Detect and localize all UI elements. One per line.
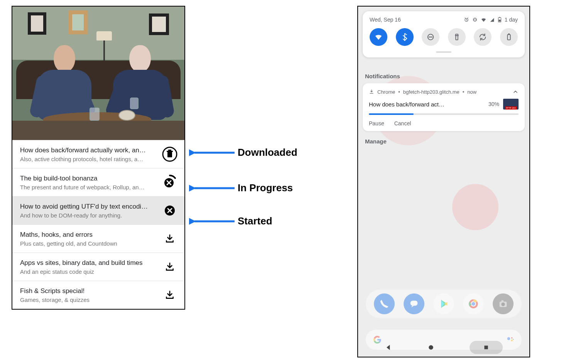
- download-icon: [165, 290, 175, 300]
- pause-button[interactable]: Pause: [369, 120, 384, 126]
- status-date: Wed, Sep 16: [370, 17, 401, 23]
- qs-wifi-tile[interactable]: [370, 28, 387, 46]
- video-title: Maths, hooks, and errors: [20, 231, 157, 239]
- video-row[interactable]: Apps vs sites, binary data, and build ti…: [12, 253, 184, 281]
- dnd-icon: [426, 33, 435, 41]
- alarm-icon: [464, 17, 469, 22]
- notifications-area: Notifications Chrome • bgfetch-http203.g…: [363, 71, 525, 152]
- cancel-button[interactable]: Cancel: [394, 120, 411, 126]
- annotation-label: Downloaded: [238, 147, 297, 158]
- nav-home-icon[interactable]: [427, 344, 435, 351]
- svg-rect-1: [167, 152, 172, 157]
- svg-rect-26: [498, 20, 500, 22]
- video-row[interactable]: How does back/forward actually work, an……: [12, 140, 184, 168]
- video-action-button[interactable]: [161, 230, 178, 247]
- notification-title: How does back/forward act…: [369, 101, 485, 108]
- video-subtitle: Games, storage, & quizzes: [20, 297, 157, 303]
- video-subtitle: And how to be DOM-ready for anything.: [20, 212, 157, 219]
- nav-back-icon[interactable]: [385, 344, 392, 351]
- arrow-icon: [189, 182, 235, 194]
- video-row[interactable]: Fish & Scripts special!Games, storage, &…: [12, 281, 184, 309]
- download-icon: [369, 89, 374, 94]
- notifications-heading: Notifications: [363, 71, 525, 83]
- notification-time: now: [467, 89, 476, 95]
- delete-icon: [162, 146, 178, 162]
- qs-rotate-tile[interactable]: [474, 28, 492, 46]
- video-subtitle: The present and future of webpack, Rollu…: [20, 184, 157, 190]
- qs-flashlight-tile[interactable]: [448, 28, 466, 46]
- video-row-text: Maths, hooks, and errorsPlus cats, getti…: [20, 231, 157, 247]
- qs-dnd-tile[interactable]: [422, 28, 439, 46]
- video-row[interactable]: The big build-tool bonanzaThe present an…: [12, 168, 184, 196]
- dock-phone-icon[interactable]: [374, 293, 395, 314]
- video-subtitle: Also, active clothing protocols, hotel r…: [20, 156, 157, 162]
- cancel-progress-icon: [162, 174, 178, 190]
- video-title: Apps vs sites, binary data, and build ti…: [20, 259, 157, 267]
- nav-bar: [358, 338, 529, 357]
- notification-thumbnail: HTTP 203: [503, 99, 519, 110]
- status-icons: 1 day: [464, 17, 518, 23]
- video-action-button[interactable]: [161, 286, 178, 303]
- android-device: Wed, Sep 16 1 day Notifications Chrome •…: [357, 6, 530, 357]
- app-dock: [366, 290, 522, 318]
- video-row-text: Apps vs sites, binary data, and build ti…: [20, 259, 157, 275]
- chevron-up-icon[interactable]: [512, 89, 519, 95]
- notification-card[interactable]: Chrome • bgfetch-http203.glitch.me • now…: [363, 83, 525, 131]
- video-subtitle: And an epic status code quiz: [20, 268, 157, 275]
- video-list-panel: How does back/forward actually work, an……: [12, 6, 185, 310]
- svg-rect-30: [507, 35, 510, 40]
- dock-camera-icon[interactable]: [493, 293, 514, 314]
- notification-percent: 30%: [488, 101, 499, 107]
- video-row-text: How does back/forward actually work, an……: [20, 147, 157, 162]
- video-row-text: The big build-tool bonanzaThe present an…: [20, 175, 157, 190]
- hero-image: [12, 7, 184, 140]
- svg-point-20: [429, 345, 433, 350]
- panel-drag-handle[interactable]: [436, 51, 451, 53]
- video-action-button[interactable]: [161, 174, 178, 191]
- signal-status-icon: [490, 17, 495, 22]
- annotation-started: Started: [189, 215, 272, 227]
- wifi-status-icon: [481, 17, 487, 23]
- arrow-icon: [189, 147, 235, 158]
- battery-status-icon: [498, 17, 502, 22]
- video-row-text: Fish & Scripts special!Games, storage, &…: [20, 287, 157, 303]
- video-action-button[interactable]: [161, 258, 178, 275]
- annotation-label: Started: [238, 215, 272, 227]
- quick-settings-row: [370, 28, 518, 46]
- video-list: How does back/forward actually work, an……: [12, 140, 184, 309]
- qs-battery-tile[interactable]: [500, 28, 518, 46]
- svg-rect-3: [168, 150, 171, 151]
- manage-heading[interactable]: Manage: [363, 131, 525, 152]
- video-row-text: How to avoid getting UTF'd by text encod…: [20, 203, 157, 219]
- svg-rect-2: [167, 151, 173, 152]
- svg-rect-31: [508, 34, 510, 35]
- svg-rect-25: [499, 17, 500, 17]
- video-row[interactable]: Maths, hooks, and errorsPlus cats, getti…: [12, 224, 184, 253]
- rotate-icon: [478, 33, 487, 41]
- download-icon: [165, 234, 175, 244]
- video-title: How to avoid getting UTF'd by text encod…: [20, 203, 157, 211]
- video-action-button[interactable]: [161, 146, 178, 163]
- quick-settings-panel: Wed, Sep 16 1 day: [363, 11, 525, 57]
- annotation-label: In Progress: [238, 182, 293, 194]
- video-subtitle: Plus cats, getting old, and Countdown: [20, 240, 157, 247]
- video-title: How does back/forward actually work, an…: [20, 147, 157, 154]
- qs-bluetooth-tile[interactable]: [396, 28, 414, 46]
- dock-messages-icon[interactable]: [404, 293, 424, 314]
- video-row[interactable]: How to avoid getting UTF'd by text encod…: [12, 196, 184, 224]
- video-action-button[interactable]: [161, 202, 178, 219]
- wifi-icon: [374, 33, 383, 41]
- dock-play-icon[interactable]: [433, 293, 454, 314]
- annotation-downloaded: Downloaded: [189, 147, 297, 158]
- svg-rect-23: [474, 18, 476, 21]
- battery-label: 1 day: [505, 17, 518, 23]
- dock-chrome-icon[interactable]: [463, 293, 484, 314]
- video-title: Fish & Scripts special!: [20, 287, 157, 295]
- battery-icon: [505, 33, 513, 41]
- svg-rect-29: [456, 35, 458, 40]
- svg-rect-21: [484, 345, 488, 349]
- notification-progress: [369, 113, 519, 115]
- nav-recent-icon[interactable]: [470, 341, 503, 354]
- notification-source: bgfetch-http203.glitch.me: [403, 89, 460, 95]
- vibrate-icon: [472, 17, 478, 22]
